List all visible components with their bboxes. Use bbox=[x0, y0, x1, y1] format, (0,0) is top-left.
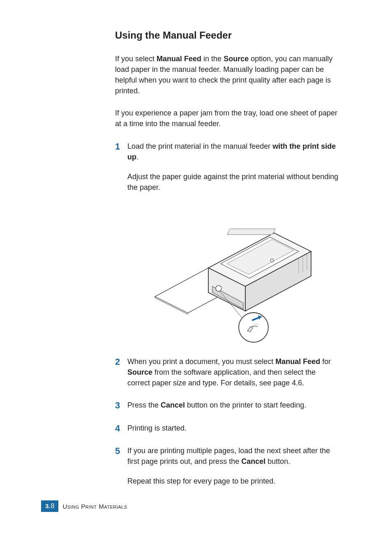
step-item-5: 5 If you are printing multiple pages, lo… bbox=[115, 445, 339, 486]
step-number: 5 bbox=[115, 445, 127, 456]
step-body: Press the Cancel button on the printer t… bbox=[127, 400, 339, 410]
bold-text: Cancel bbox=[161, 401, 185, 409]
svg-point-7 bbox=[239, 313, 268, 342]
text-run: . bbox=[136, 153, 138, 161]
step-number: 3 bbox=[115, 400, 127, 411]
bold-text: Manual Feed bbox=[157, 55, 201, 63]
step-item-2: 2 When you print a document, you must se… bbox=[115, 356, 339, 388]
illustration-row bbox=[115, 204, 339, 344]
step-subtext: Adjust the paper guide against the print… bbox=[127, 171, 339, 193]
step-subtext: Repeat this step for every page to be pr… bbox=[127, 476, 339, 486]
step-item-1: 1 Load the print material in the manual … bbox=[115, 141, 339, 193]
bold-text: Manual Feed bbox=[275, 357, 320, 366]
text-run: Load the print material in the manual fe… bbox=[127, 142, 272, 150]
step-body: When you print a document, you must sele… bbox=[127, 356, 339, 388]
step-number: 4 bbox=[115, 423, 127, 434]
step-list: 1 Load the print material in the manual … bbox=[115, 141, 339, 487]
page-number: 8 bbox=[51, 502, 55, 510]
text-run: When you print a document, you must sele… bbox=[127, 357, 275, 366]
step-item-3: 3 Press the Cancel button on the printer… bbox=[115, 400, 339, 411]
text-run: in the bbox=[201, 55, 224, 63]
step-item-4: 4 Printing is started. bbox=[115, 423, 339, 434]
printer-svg-icon bbox=[151, 204, 315, 344]
step-number: 2 bbox=[115, 356, 127, 367]
page-number-tab: 3.8 bbox=[41, 500, 58, 512]
step-body: If you are printing multiple pages, load… bbox=[127, 445, 339, 486]
svg-point-5 bbox=[216, 286, 221, 291]
document-page: Using the Manual Feeder If you select Ma… bbox=[0, 0, 392, 553]
chapter-number: 3. bbox=[45, 502, 51, 509]
bold-text: Cancel bbox=[241, 457, 265, 465]
text-run: If you are printing multiple pages, load… bbox=[127, 447, 330, 465]
step-body: Load the print material in the manual fe… bbox=[127, 141, 339, 193]
step-body: Printing is started. bbox=[127, 423, 339, 433]
text-run: for bbox=[320, 357, 331, 366]
text-run: from the software application, and then … bbox=[127, 368, 316, 387]
bold-text: Source bbox=[224, 55, 249, 63]
text-run: If you select bbox=[115, 55, 157, 63]
page-footer: 3.8 Using Print Materials bbox=[41, 500, 127, 512]
footer-section-title: Using Print Materials bbox=[62, 503, 127, 510]
printer-illustration bbox=[127, 204, 339, 344]
intro-paragraph-2: If you experience a paper jam from the t… bbox=[115, 108, 339, 129]
text-run: button on the printer to start feeding. bbox=[185, 401, 306, 409]
intro-paragraph-1: If you select Manual Feed in the Source … bbox=[115, 53, 339, 96]
bold-text: Source bbox=[127, 368, 152, 376]
svg-rect-3 bbox=[227, 229, 275, 235]
text-run: Press the bbox=[127, 401, 161, 409]
section-heading: Using the Manual Feeder bbox=[115, 30, 339, 41]
text-run: button. bbox=[265, 457, 290, 465]
step-number: 1 bbox=[115, 141, 127, 152]
